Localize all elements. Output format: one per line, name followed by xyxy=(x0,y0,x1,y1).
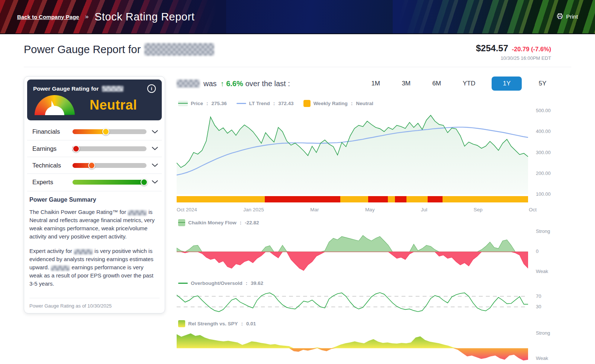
y-label-strong: Strong xyxy=(536,228,560,234)
factor-row-technicals[interactable]: Technicals xyxy=(27,157,162,173)
redacted-ticker xyxy=(51,266,70,271)
x-tick: Mar xyxy=(310,207,319,212)
factor-label: Technicals xyxy=(32,162,73,169)
price-chart-legend: Price:275.36 LT Trend:372.43 Weekly Rati… xyxy=(178,100,552,107)
y-label-weak: Weak xyxy=(536,355,560,361)
factor-slider xyxy=(73,146,147,151)
range-selector: 1M3M6MYTD1Y5Y xyxy=(366,77,552,91)
summary-section: Power Gauge Summary The Chaikin Power Ga… xyxy=(27,191,162,296)
chevron-down-icon[interactable] xyxy=(152,180,158,184)
performance-row: was ↑ 6.6% over the last : 1M3M6MYTD1Y5Y xyxy=(177,76,552,91)
overbought-legend: Overbought/Oversold:39.62 xyxy=(178,280,552,286)
rel-strength-positive-area xyxy=(177,334,528,348)
redacted-ticker xyxy=(177,79,200,88)
factor-row-financials[interactable]: Financials xyxy=(27,123,162,140)
price-timestamp: 10/30/25 16:00PM EDT xyxy=(476,55,551,61)
x-tick: Jul xyxy=(421,207,427,212)
chevron-down-icon[interactable] xyxy=(152,163,158,167)
range-button-3m[interactable]: 3M xyxy=(396,77,416,91)
weekly-rating-segment xyxy=(368,196,388,202)
was-label: was xyxy=(203,79,217,88)
x-tick: May xyxy=(365,207,375,212)
price-change: -20.79 (-7.6%) xyxy=(512,46,551,53)
print-button[interactable]: Print xyxy=(556,13,578,21)
factor-row-earnings[interactable]: Earnings xyxy=(27,140,162,157)
money-flow-chart: Strong 0 Weak xyxy=(177,230,552,274)
weekly-rating-segment xyxy=(443,196,528,202)
price-y-tick: 500.00 xyxy=(536,108,560,113)
back-to-company-link[interactable]: Back to Company Page xyxy=(17,14,79,20)
top-banner: Back to Company Page » Stock Rating Repo… xyxy=(0,0,595,34)
range-button-1m[interactable]: 1M xyxy=(366,77,385,91)
factor-knob xyxy=(88,162,95,169)
factor-label: Financials xyxy=(32,128,73,135)
percent-change: ↑ 6.6% xyxy=(221,79,243,88)
overbought-swatch-icon xyxy=(178,283,188,284)
summary-paragraph-1: The Chaikin Power Gauge Rating™ foris Ne… xyxy=(29,208,157,241)
printer-icon xyxy=(556,13,563,21)
factor-label: Experts xyxy=(32,179,73,186)
lt-trend-swatch-icon xyxy=(237,103,246,104)
y-label-zero: 0 xyxy=(536,248,560,254)
print-label: Print xyxy=(566,13,578,20)
rating-value: Neutral xyxy=(90,97,137,113)
price-y-tick: 100.00 xyxy=(536,191,560,197)
legend-overbought: Overbought/Oversold:39.62 xyxy=(178,280,263,286)
weekly-rating-bar xyxy=(177,196,528,202)
legend-money-flow: Chaikin Money Flow:-22.82 xyxy=(178,219,259,226)
report-header: Power Gauge Report for $254.57 -20.79 (-… xyxy=(24,34,571,67)
money-flow-negative-area xyxy=(177,252,528,270)
y-label-30: 30 xyxy=(536,304,560,309)
overbought-line xyxy=(177,293,528,312)
chevron-down-icon[interactable] xyxy=(152,130,158,134)
price-y-tick: 400.00 xyxy=(536,129,560,134)
range-button-1y[interactable]: 1Y xyxy=(492,77,522,91)
rating-as-of: Power Gauge Rating as of 10/30/2025 xyxy=(29,298,160,312)
weekly-rating-segment xyxy=(428,196,443,202)
price-y-tick: 300.00 xyxy=(536,150,560,155)
rel-strength-legend: Rel Strength vs. SPY:0.01 xyxy=(178,320,552,327)
weekly-rating-segment xyxy=(388,196,395,202)
redacted-ticker xyxy=(102,86,123,92)
factor-fill xyxy=(73,129,106,134)
factor-slider xyxy=(73,180,147,185)
power-gauge-card: Power Gauge Rating for i Neutral Financi… xyxy=(24,76,165,313)
weekly-rating-segment xyxy=(406,196,428,202)
factor-label: Earnings xyxy=(32,145,73,152)
redacted-ticker xyxy=(74,249,93,254)
over-last-label: over the last : xyxy=(245,79,290,88)
range-button-ytd[interactable]: YTD xyxy=(457,77,480,91)
redacted-ticker xyxy=(144,43,214,56)
money-flow-swatch-icon xyxy=(178,219,185,226)
overbought-chart: 70 30 xyxy=(177,290,552,313)
legend-lt-trend: LT Trend:372.43 xyxy=(237,101,294,106)
factor-slider xyxy=(73,163,147,168)
redacted-ticker xyxy=(128,210,147,215)
summary-title: Power Gauge Summary xyxy=(29,196,157,203)
breadcrumb-separator: » xyxy=(85,13,89,20)
price-swatch-icon xyxy=(178,101,188,106)
range-button-6m[interactable]: 6M xyxy=(427,77,446,91)
factor-row-experts[interactable]: Experts xyxy=(27,173,162,190)
rel-strength-swatch-icon xyxy=(178,320,185,327)
legend-rel-strength: Rel Strength vs. SPY:0.01 xyxy=(178,320,256,327)
report-title-text: Power Gauge Report for xyxy=(24,43,141,56)
chevron-down-icon[interactable] xyxy=(152,147,158,150)
money-flow-positive-area xyxy=(177,235,528,252)
range-button-5y[interactable]: 5Y xyxy=(533,77,552,91)
weekly-rating-swatch-icon xyxy=(303,100,311,107)
factor-knob xyxy=(141,179,148,186)
stock-price: $254.57 xyxy=(476,43,508,53)
price-x-axis: Oct 2024Jan 2025MarMayJulSepOct xyxy=(177,207,537,212)
money-flow-legend: Chaikin Money Flow:-22.82 xyxy=(178,219,552,226)
price-area xyxy=(177,115,528,194)
info-icon[interactable]: i xyxy=(147,84,156,93)
factor-knob xyxy=(73,145,80,152)
price-chart: 500.00400.00300.00200.00100.00 xyxy=(177,111,552,194)
rating-header: Power Gauge Rating for i Neutral xyxy=(27,79,162,120)
factor-list: FinancialsEarningsTechnicalsExperts xyxy=(27,123,162,190)
rating-heading: Power Gauge Rating for xyxy=(33,85,99,92)
price-block: $254.57 -20.79 (-7.6%) 10/30/25 16:00PM … xyxy=(476,43,551,61)
y-label-70: 70 xyxy=(536,293,560,299)
summary-paragraph-2: Expert activity foris very positive whic… xyxy=(29,247,157,288)
